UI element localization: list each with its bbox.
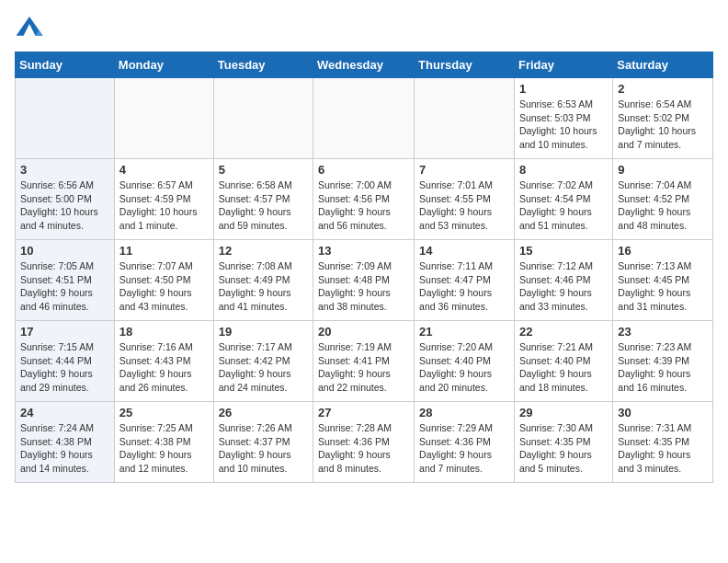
day-number: 14 <box>419 244 509 258</box>
day-number: 21 <box>419 325 509 339</box>
day-number: 13 <box>318 244 409 258</box>
calendar-cell <box>415 78 515 159</box>
day-number: 28 <box>419 406 509 419</box>
day-info: Sunrise: 7:24 AMSunset: 4:38 PMDaylight:… <box>20 421 109 476</box>
calendar-cell: 3Sunrise: 6:56 AMSunset: 5:00 PMDaylight… <box>16 159 115 240</box>
week-row-3: 10Sunrise: 7:05 AMSunset: 4:51 PMDayligh… <box>16 240 713 321</box>
calendar-cell <box>114 78 213 159</box>
calendar-cell: 17Sunrise: 7:15 AMSunset: 4:44 PMDayligh… <box>16 321 115 402</box>
day-number: 18 <box>119 325 209 339</box>
calendar-cell: 25Sunrise: 7:25 AMSunset: 4:38 PMDayligh… <box>114 402 213 483</box>
calendar-cell: 19Sunrise: 7:17 AMSunset: 4:42 PMDayligh… <box>213 321 313 402</box>
day-info: Sunrise: 7:23 AMSunset: 4:39 PMDaylight:… <box>618 340 708 395</box>
header-sunday: Sunday <box>16 52 115 78</box>
day-info: Sunrise: 6:56 AMSunset: 5:00 PMDaylight:… <box>20 178 109 233</box>
calendar-cell: 10Sunrise: 7:05 AMSunset: 4:51 PMDayligh… <box>16 240 115 321</box>
day-number: 5 <box>219 163 308 177</box>
calendar-cell: 29Sunrise: 7:30 AMSunset: 4:35 PMDayligh… <box>514 402 612 483</box>
calendar-cell: 7Sunrise: 7:01 AMSunset: 4:55 PMDaylight… <box>415 159 515 240</box>
logo <box>15 15 48 40</box>
day-number: 8 <box>519 163 608 177</box>
day-number: 10 <box>20 244 109 258</box>
calendar-cell: 9Sunrise: 7:04 AMSunset: 4:52 PMDaylight… <box>613 159 713 240</box>
day-number: 19 <box>219 325 308 339</box>
day-number: 30 <box>618 406 708 419</box>
calendar-cell <box>213 78 313 159</box>
day-info: Sunrise: 6:58 AMSunset: 4:57 PMDaylight:… <box>219 178 308 233</box>
day-info: Sunrise: 7:09 AMSunset: 4:48 PMDaylight:… <box>318 259 409 314</box>
header-monday: Monday <box>114 52 213 78</box>
calendar-cell: 21Sunrise: 7:20 AMSunset: 4:40 PMDayligh… <box>415 321 515 402</box>
day-info: Sunrise: 7:01 AMSunset: 4:55 PMDaylight:… <box>419 178 509 233</box>
calendar-cell: 8Sunrise: 7:02 AMSunset: 4:54 PMDaylight… <box>514 159 612 240</box>
day-info: Sunrise: 7:21 AMSunset: 4:40 PMDaylight:… <box>519 340 608 395</box>
calendar-cell: 23Sunrise: 7:23 AMSunset: 4:39 PMDayligh… <box>613 321 713 402</box>
day-number: 11 <box>119 244 209 258</box>
day-info: Sunrise: 6:54 AMSunset: 5:02 PMDaylight:… <box>618 98 708 152</box>
week-row-4: 17Sunrise: 7:15 AMSunset: 4:44 PMDayligh… <box>16 321 713 402</box>
day-info: Sunrise: 7:28 AMSunset: 4:36 PMDaylight:… <box>318 421 409 476</box>
day-info: Sunrise: 7:00 AMSunset: 4:56 PMDaylight:… <box>318 178 409 233</box>
calendar-cell: 27Sunrise: 7:28 AMSunset: 4:36 PMDayligh… <box>313 402 415 483</box>
day-info: Sunrise: 7:31 AMSunset: 4:35 PMDaylight:… <box>618 421 708 476</box>
calendar-cell: 16Sunrise: 7:13 AMSunset: 4:45 PMDayligh… <box>613 240 713 321</box>
calendar-cell: 14Sunrise: 7:11 AMSunset: 4:47 PMDayligh… <box>415 240 515 321</box>
calendar-cell: 24Sunrise: 7:24 AMSunset: 4:38 PMDayligh… <box>16 402 115 483</box>
day-number: 4 <box>119 163 209 177</box>
calendar-cell: 20Sunrise: 7:19 AMSunset: 4:41 PMDayligh… <box>313 321 415 402</box>
day-info: Sunrise: 7:05 AMSunset: 4:51 PMDaylight:… <box>20 259 109 314</box>
header-friday: Friday <box>514 52 612 78</box>
day-info: Sunrise: 7:30 AMSunset: 4:35 PMDaylight:… <box>519 421 608 476</box>
week-row-1: 1Sunrise: 6:53 AMSunset: 5:03 PMDaylight… <box>16 78 713 159</box>
day-number: 22 <box>519 325 608 339</box>
calendar-cell: 2Sunrise: 6:54 AMSunset: 5:02 PMDaylight… <box>613 78 713 159</box>
calendar-cell: 30Sunrise: 7:31 AMSunset: 4:35 PMDayligh… <box>613 402 713 483</box>
day-number: 24 <box>20 406 109 419</box>
calendar: SundayMondayTuesdayWednesdayThursdayFrid… <box>15 52 713 483</box>
day-number: 12 <box>219 244 308 258</box>
day-info: Sunrise: 7:11 AMSunset: 4:47 PMDaylight:… <box>419 259 509 314</box>
calendar-cell: 22Sunrise: 7:21 AMSunset: 4:40 PMDayligh… <box>514 321 612 402</box>
day-number: 9 <box>618 163 708 177</box>
calendar-cell: 5Sunrise: 6:58 AMSunset: 4:57 PMDaylight… <box>213 159 313 240</box>
day-info: Sunrise: 7:26 AMSunset: 4:37 PMDaylight:… <box>219 421 308 476</box>
day-info: Sunrise: 7:12 AMSunset: 4:46 PMDaylight:… <box>519 259 608 314</box>
header-tuesday: Tuesday <box>213 52 313 78</box>
day-number: 16 <box>618 244 708 258</box>
header-thursday: Thursday <box>415 52 515 78</box>
day-number: 3 <box>20 163 109 177</box>
day-info: Sunrise: 6:57 AMSunset: 4:59 PMDaylight:… <box>119 178 209 233</box>
day-number: 2 <box>618 82 708 96</box>
week-row-5: 24Sunrise: 7:24 AMSunset: 4:38 PMDayligh… <box>16 402 713 483</box>
header-saturday: Saturday <box>613 52 713 78</box>
day-number: 27 <box>318 406 409 419</box>
calendar-header-row: SundayMondayTuesdayWednesdayThursdayFrid… <box>16 52 713 78</box>
day-info: Sunrise: 7:16 AMSunset: 4:43 PMDaylight:… <box>119 340 209 395</box>
day-info: Sunrise: 7:08 AMSunset: 4:49 PMDaylight:… <box>219 259 308 314</box>
day-info: Sunrise: 7:25 AMSunset: 4:38 PMDaylight:… <box>119 421 209 476</box>
day-info: Sunrise: 7:07 AMSunset: 4:50 PMDaylight:… <box>119 259 209 314</box>
calendar-cell: 15Sunrise: 7:12 AMSunset: 4:46 PMDayligh… <box>514 240 612 321</box>
day-info: Sunrise: 7:20 AMSunset: 4:40 PMDaylight:… <box>419 340 509 395</box>
day-number: 6 <box>318 163 409 177</box>
day-info: Sunrise: 7:02 AMSunset: 4:54 PMDaylight:… <box>519 178 608 233</box>
day-number: 25 <box>119 406 209 419</box>
day-number: 1 <box>519 82 608 96</box>
day-number: 23 <box>618 325 708 339</box>
calendar-cell <box>313 78 415 159</box>
day-info: Sunrise: 7:19 AMSunset: 4:41 PMDaylight:… <box>318 340 409 395</box>
calendar-cell: 6Sunrise: 7:00 AMSunset: 4:56 PMDaylight… <box>313 159 415 240</box>
day-number: 17 <box>20 325 109 339</box>
calendar-cell: 12Sunrise: 7:08 AMSunset: 4:49 PMDayligh… <box>213 240 313 321</box>
calendar-cell: 13Sunrise: 7:09 AMSunset: 4:48 PMDayligh… <box>313 240 415 321</box>
day-number: 26 <box>219 406 308 419</box>
calendar-cell: 4Sunrise: 6:57 AMSunset: 4:59 PMDaylight… <box>114 159 213 240</box>
week-row-2: 3Sunrise: 6:56 AMSunset: 5:00 PMDaylight… <box>16 159 713 240</box>
calendar-cell: 18Sunrise: 7:16 AMSunset: 4:43 PMDayligh… <box>114 321 213 402</box>
header-wednesday: Wednesday <box>313 52 415 78</box>
calendar-cell <box>16 78 115 159</box>
calendar-cell: 1Sunrise: 6:53 AMSunset: 5:03 PMDaylight… <box>514 78 612 159</box>
day-number: 29 <box>519 406 608 419</box>
day-number: 15 <box>519 244 608 258</box>
calendar-cell: 26Sunrise: 7:26 AMSunset: 4:37 PMDayligh… <box>213 402 313 483</box>
